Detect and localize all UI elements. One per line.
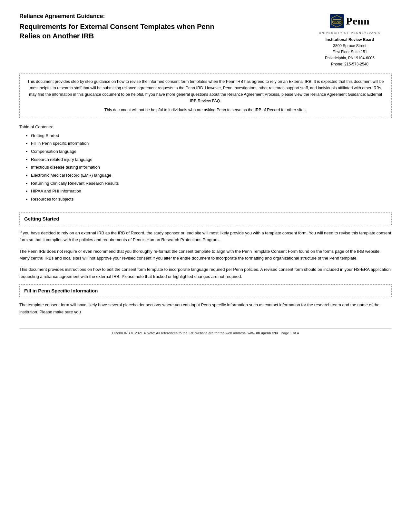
getting-started-para1: If you have decided to rely on an extern… xyxy=(19,230,392,243)
svg-rect-3 xyxy=(333,19,341,20)
penn-shield-icon: PENN xyxy=(330,14,344,28)
list-item[interactable]: HIPAA and PHI information xyxy=(31,187,392,195)
fill-in-penn-box: Fill in Penn Specific Information xyxy=(19,284,392,297)
footer-link[interactable]: www.irb.upenn.edu xyxy=(248,331,278,335)
footer-page-info: Page 1 of 4 xyxy=(281,331,299,335)
list-item[interactable]: Research related injury language xyxy=(31,156,392,164)
list-item[interactable]: Electronic Medical Record (EMR) language xyxy=(31,172,392,180)
header-logo-block: PENN Penn University of Pennsylvania Ins… xyxy=(308,13,392,68)
address-line1: 3800 Spruce Street xyxy=(333,43,366,49)
toc-list: Getting Started Fill in Penn specific in… xyxy=(19,132,392,203)
page-header: Reliance Agreement Guidance: Requirement… xyxy=(19,13,392,68)
title-sub: Requirements for External Consent Templa… xyxy=(19,22,224,41)
list-item[interactable]: Fill in Penn specific information xyxy=(31,140,392,148)
phone: Phone: 215-573-2540 xyxy=(331,61,368,67)
address-line3: Philadelphia, PA 19104-6006 xyxy=(325,55,375,61)
page-wrapper: Reliance Agreement Guidance: Requirement… xyxy=(19,13,392,335)
university-label: University of Pennsylvania xyxy=(319,31,380,35)
list-item[interactable]: Infectious disease testing information xyxy=(31,163,392,172)
intro-box: This document provides step by step guid… xyxy=(19,74,392,118)
getting-started-para3: This document provides instructions on h… xyxy=(19,266,392,280)
list-item[interactable]: Compensation language xyxy=(31,148,392,156)
getting-started-title: Getting Started xyxy=(24,216,387,222)
penn-wordmark: Penn xyxy=(346,13,369,29)
title-main: Reliance Agreement Guidance: xyxy=(19,13,224,20)
address-line2: First Floor Suite 151 xyxy=(332,49,367,55)
toc-section: Table of Contents: Getting Started Fill … xyxy=(19,124,392,203)
irb-label: Institutional Review Board xyxy=(326,37,374,43)
header-title-block: Reliance Agreement Guidance: Requirement… xyxy=(19,13,224,41)
fill-in-penn-para1: The template consent form will have like… xyxy=(19,301,392,315)
page-footer: UPenn IRB V..2021.4 Note: All references… xyxy=(19,328,392,335)
getting-started-para2: The Penn IRB does not require or even re… xyxy=(19,248,392,262)
penn-logo: PENN Penn xyxy=(330,13,369,29)
toc-label: Table of Contents: xyxy=(19,124,392,129)
footer-note: UPenn IRB V..2021.4 Note: All references… xyxy=(112,331,247,335)
list-item[interactable]: Returning Clinically Relevant Research R… xyxy=(31,180,392,188)
intro-text1: This document provides step by step guid… xyxy=(25,78,386,104)
getting-started-box: Getting Started xyxy=(19,212,392,225)
svg-rect-4 xyxy=(333,23,341,24)
intro-text2: This document will not be helpful to ind… xyxy=(25,107,386,113)
list-item[interactable]: Resources for subjects xyxy=(31,195,392,203)
fill-in-penn-title: Fill in Penn Specific Information xyxy=(24,288,387,293)
list-item[interactable]: Getting Started xyxy=(31,132,392,140)
